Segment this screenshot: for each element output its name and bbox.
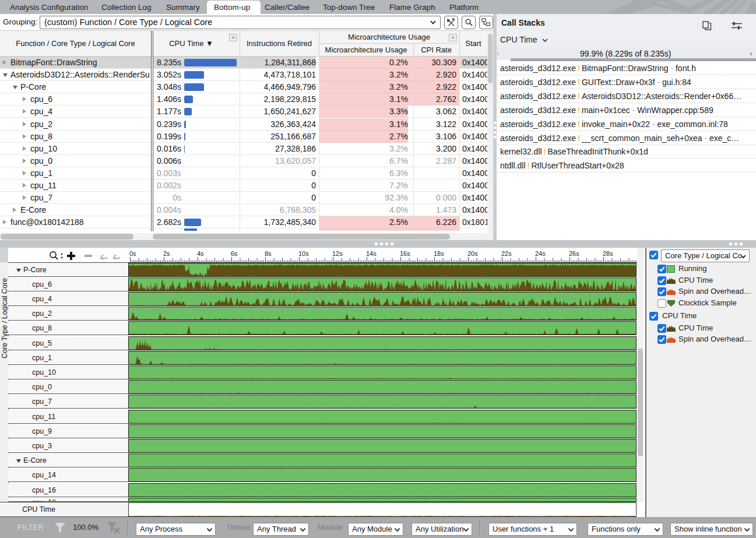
svg-text:20s: 20s	[467, 250, 478, 257]
svg-text:2s: 2s	[163, 250, 170, 257]
svg-text:4s: 4s	[197, 250, 204, 257]
svg-text:14s: 14s	[366, 250, 377, 257]
svg-text:24s: 24s	[535, 250, 546, 257]
svg-text:6s: 6s	[231, 250, 238, 257]
svg-text:0s: 0s	[129, 250, 136, 257]
svg-text:8s: 8s	[265, 250, 272, 257]
svg-text:16s: 16s	[400, 250, 410, 257]
svg-text:10s: 10s	[298, 250, 309, 257]
svg-text:28s: 28s	[603, 250, 613, 257]
svg-text:18s: 18s	[434, 250, 444, 257]
svg-text:22s: 22s	[501, 250, 512, 257]
svg-text:12s: 12s	[332, 250, 343, 257]
svg-text:26s: 26s	[569, 250, 579, 257]
